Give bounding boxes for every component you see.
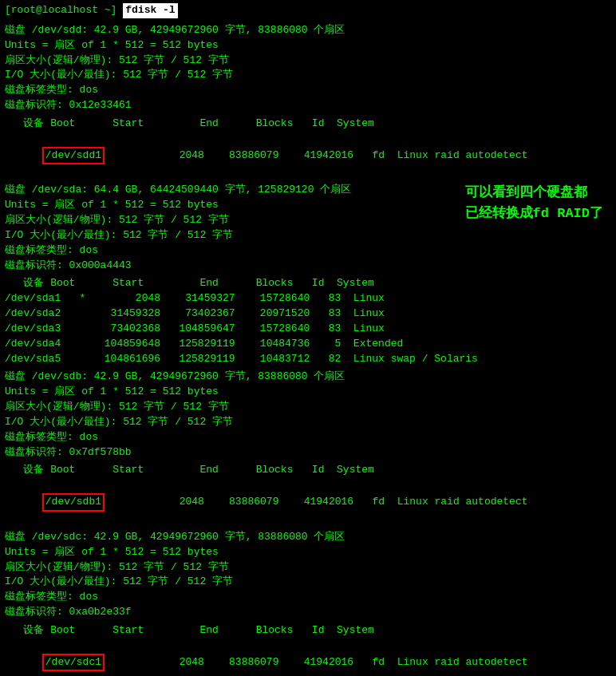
sda-io-size: I/O 大小(最小/最佳): 512 字节 / 512 字节 (5, 228, 611, 243)
sdb-highlighted-row: /dev/sdb1 2048 83886079 41942016 fd Linu… (5, 478, 611, 527)
sdb-row-rest: 2048 83886079 41942016 fd Linux raid aut… (105, 496, 528, 508)
annotation-line1: 可以看到四个硬盘都 (465, 183, 603, 204)
sdc-device-box: /dev/sdc1 (42, 654, 105, 672)
sdc-disk-id: 磁盘标识符: 0xa0b2e33f (5, 605, 611, 620)
command-text: fdisk -l (123, 3, 177, 18)
terminal: [root@localhost ~] fdisk -l 磁盘 /dev/sdd:… (0, 0, 616, 676)
sdd-row-rest: 2048 83886079 41942016 fd Linux raid aut… (105, 149, 528, 161)
sdd-io-size: I/O 大小(最小/最佳): 512 字节 / 512 字节 (5, 68, 611, 83)
sdb-device-box: /dev/sdb1 (42, 493, 105, 512)
sda-row-5: /dev/sda5 104861696 125829119 10483712 8… (5, 352, 611, 367)
sdc-table-header: 设备 Boot Start End Blocks Id System (5, 623, 611, 638)
sda-row-2: /dev/sda2 31459328 73402367 20971520 83 … (5, 306, 611, 322)
sdb-label-type: 磁盘标签类型: dos (5, 430, 611, 445)
sdc-highlighted-row: /dev/sdc1 2048 83886079 41942016 fd Linu… (5, 638, 611, 676)
sdc-section: 磁盘 /dev/sdc: 42.9 GB, 42949672960 字节, 83… (5, 530, 611, 676)
sda-row-3: /dev/sda3 73402368 104859647 15728640 83… (5, 322, 611, 337)
sda-table-header: 设备 Boot Start End Blocks Id System (5, 276, 611, 291)
prompt-bracket: [root@localhost ~] (5, 3, 116, 18)
sdd-sector-size: 扇区大小(逻辑/物理): 512 字节 / 512 字节 (5, 53, 611, 69)
sdb-units: Units = 扇区 of 1 * 512 = 512 bytes (5, 385, 611, 400)
sdd-disk-info: 磁盘 /dev/sdd: 42.9 GB, 42949672960 字节, 83… (5, 23, 611, 38)
sdc-label-type: 磁盘标签类型: dos (5, 590, 611, 605)
sdc-disk-info: 磁盘 /dev/sdc: 42.9 GB, 42949672960 字节, 83… (5, 530, 611, 545)
prompt-space (116, 3, 123, 18)
sda-label-type: 磁盘标签类型: dos (5, 243, 611, 259)
sdd-section: 磁盘 /dev/sdd: 42.9 GB, 42949672960 字节, 83… (5, 23, 611, 183)
sda-row-4: /dev/sda4 104859648 125829119 10484736 5… (5, 337, 611, 352)
sdb-sector-size: 扇区大小(逻辑/物理): 512 字节 / 512 字节 (5, 400, 611, 415)
sda-section: 可以看到四个硬盘都 已经转换成fd RAID了 磁盘 /dev/sda: 64.… (5, 183, 611, 370)
sdd-device-box: /dev/sdd1 (42, 147, 105, 165)
sdb-section: 磁盘 /dev/sdb: 42.9 GB, 42949672960 字节, 83… (5, 370, 611, 529)
sdc-row-rest: 2048 83886079 41942016 fd Linux raid aut… (105, 656, 528, 668)
annotation-block: 可以看到四个硬盘都 已经转换成fd RAID了 (465, 183, 603, 223)
sdd-label-type: 磁盘标签类型: dos (5, 83, 611, 98)
sdb-table-header: 设备 Boot Start End Blocks Id System (5, 463, 611, 478)
sdd-highlighted-row: /dev/sdd1 2048 83886079 41942016 fd Linu… (5, 132, 611, 180)
sdb-disk-info: 磁盘 /dev/sdb: 42.9 GB, 42949672960 字节, 83… (5, 370, 611, 385)
sdc-units: Units = 扇区 of 1 * 512 = 512 bytes (5, 545, 611, 560)
sda-disk-id: 磁盘标识符: 0x000a4443 (5, 259, 611, 274)
sdb-disk-id: 磁盘标识符: 0x7df578bb (5, 445, 611, 461)
sdd-units: Units = 扇区 of 1 * 512 = 512 bytes (5, 38, 611, 53)
sdd-table-header: 设备 Boot Start End Blocks Id System (5, 117, 611, 132)
sdc-sector-size: 扇区大小(逻辑/物理): 512 字节 / 512 字节 (5, 560, 611, 575)
sdc-io-size: I/O 大小(最小/最佳): 512 字节 / 512 字节 (5, 575, 611, 590)
sda-row-1: /dev/sda1 * 2048 31459327 15728640 83 Li… (5, 291, 611, 306)
prompt-line: [root@localhost ~] fdisk -l (5, 3, 611, 18)
annotation-line2: 已经转换成fd RAID了 (465, 204, 603, 224)
sdd-disk-id: 磁盘标识符: 0x12e33461 (5, 98, 611, 113)
sdb-io-size: I/O 大小(最小/最佳): 512 字节 / 512 字节 (5, 415, 611, 430)
